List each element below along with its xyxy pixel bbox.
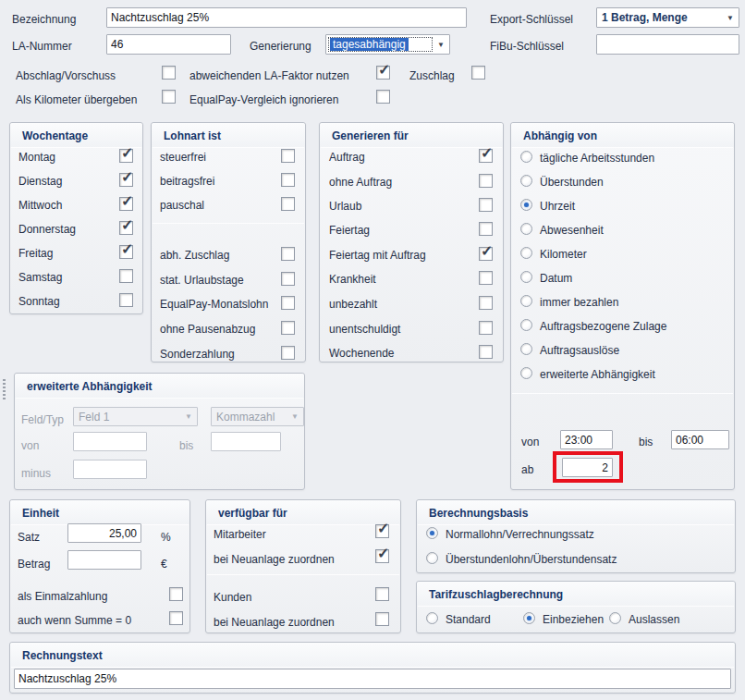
- ab-stunden-input[interactable]: [562, 458, 613, 477]
- checkbox-abschlag-vorschuss[interactable]: [162, 66, 176, 80]
- radio-abwesenheit[interactable]: [520, 223, 532, 235]
- erweiterte-abhaengigkeit-label: erweiterte Abhängigkeit: [540, 368, 655, 381]
- checkbox-summe-null[interactable]: [169, 611, 183, 625]
- group-tarifzuschlagberechnung: Tarifzuschlagberechnung Standard Einbezi…: [416, 581, 736, 633]
- radio-taegliche-arbeitsstunden[interactable]: [520, 151, 532, 163]
- group-title: Berechnungsbasis: [429, 507, 528, 520]
- radio-auftragsausloese[interactable]: [520, 343, 532, 355]
- betrag-input[interactable]: [67, 550, 141, 570]
- krankheit-label: Krankheit: [329, 273, 376, 286]
- fibu-schluessel-input[interactable]: [596, 34, 739, 55]
- checkbox-donnerstag[interactable]: [119, 221, 133, 235]
- checkbox-unbezahlt[interactable]: [479, 296, 493, 310]
- beitragsfrei-label: beitragsfrei: [160, 175, 214, 188]
- als-kilometer-label: Als Kilometer übergeben: [16, 93, 137, 106]
- taegliche-arbeitsstunden-label: tägliche Arbeitsstunden: [540, 152, 654, 165]
- checkbox-feiertag[interactable]: [479, 222, 493, 236]
- radio-datum[interactable]: [520, 271, 532, 283]
- rechnungstext-input[interactable]: [14, 669, 731, 689]
- checkbox-mittwoch[interactable]: [119, 197, 133, 211]
- group-title: Tarifzuschlagberechnung: [429, 588, 563, 601]
- radio-auftragsbezogene-zulage[interactable]: [520, 319, 532, 331]
- abwesenheit-label: Abwesenheit: [540, 224, 604, 237]
- drag-handle[interactable]: [3, 379, 6, 401]
- montag-label: Montag: [18, 151, 55, 164]
- radio-auslassen[interactable]: [609, 612, 621, 624]
- checkbox-neuanlage-mitarbeiter[interactable]: [375, 549, 389, 563]
- unentschuldigt-label: unentschuldigt: [329, 323, 400, 336]
- checkbox-zuschlag[interactable]: [471, 66, 485, 80]
- checkbox-neuanlage-kunden[interactable]: [375, 612, 389, 626]
- checkbox-sonderzahlung[interactable]: [281, 346, 295, 360]
- checkbox-freitag[interactable]: [119, 245, 133, 259]
- bezeichnung-input[interactable]: [106, 7, 467, 28]
- fibu-schluessel-label: FiBu-Schlüssel: [490, 40, 564, 53]
- checkbox-unentschuldigt[interactable]: [479, 321, 493, 335]
- la-nummer-label: LA-Nummer: [12, 40, 72, 53]
- radio-ueberstunden[interactable]: [520, 175, 532, 187]
- group-title: Einheit: [22, 507, 59, 520]
- mittwoch-label: Mittwoch: [18, 199, 62, 212]
- stat-urlaubstage-label: stat. Urlaubstage: [160, 274, 244, 287]
- divider: [16, 398, 303, 399]
- auftrag-label: Auftrag: [329, 151, 365, 164]
- generierung-select[interactable]: tagesabhängig ▼: [325, 34, 450, 55]
- checkbox-steuerfrei[interactable]: [281, 149, 295, 163]
- checkbox-equalpay-monatslohn[interactable]: [281, 296, 295, 310]
- radio-kilometer[interactable]: [520, 247, 532, 259]
- radio-ueberstundenlohn[interactable]: [426, 552, 438, 564]
- checkbox-abh-zuschlag[interactable]: [281, 247, 295, 261]
- checkbox-ohne-auftrag[interactable]: [479, 174, 493, 188]
- equalpay-monatslohn-label: EqualPay-Monatslohn: [160, 298, 268, 311]
- checkbox-equalpay-vergleich[interactable]: [376, 90, 390, 104]
- samstag-label: Samstag: [18, 271, 62, 284]
- checkbox-kunden[interactable]: [375, 587, 389, 601]
- la-nummer-input[interactable]: [106, 34, 231, 55]
- sonntag-label: Sonntag: [18, 295, 60, 308]
- standard-label: Standard: [446, 613, 491, 626]
- export-schluessel-select[interactable]: 1 Betrag, Menge ▼: [596, 7, 739, 28]
- radio-standard[interactable]: [426, 612, 438, 624]
- checkbox-wochenende[interactable]: [479, 345, 493, 359]
- bezeichnung-label: Bezeichnung: [12, 13, 76, 26]
- satz-input[interactable]: [67, 523, 141, 543]
- checkbox-beitragsfrei[interactable]: [281, 173, 295, 187]
- checkbox-ohne-pausenabzug[interactable]: [281, 321, 295, 335]
- checkbox-feiertag-mit-auftrag[interactable]: [479, 247, 493, 261]
- checkbox-als-kilometer[interactable]: [162, 90, 176, 104]
- donnerstag-label: Donnerstag: [18, 223, 76, 236]
- checkbox-la-faktor[interactable]: [376, 66, 390, 80]
- export-schluessel-label: Export-Schlüssel: [490, 13, 573, 26]
- chevron-down-icon: ▼: [182, 408, 195, 425]
- erw-bis-input: [211, 432, 281, 451]
- chevron-down-icon: ▼: [724, 8, 737, 27]
- checkbox-pauschal[interactable]: [281, 197, 295, 211]
- radio-normallohn[interactable]: [426, 527, 438, 539]
- radio-uhrzeit[interactable]: [520, 199, 532, 211]
- dienstag-label: Dienstag: [18, 175, 62, 188]
- von-zeit-input[interactable]: [560, 430, 613, 449]
- checkbox-auftrag[interactable]: [479, 149, 493, 163]
- ueberstunden-label: Überstunden: [540, 176, 604, 189]
- checkbox-dienstag[interactable]: [119, 173, 133, 187]
- focus-ring: tagesabhängig: [328, 37, 433, 52]
- radio-immer-bezahlen[interactable]: [520, 295, 532, 307]
- pauschal-label: pauschal: [160, 199, 204, 212]
- checkbox-urlaub[interactable]: [479, 198, 493, 212]
- radio-einbeziehen[interactable]: [523, 612, 535, 624]
- feld-select: Feld 1 ▼: [73, 407, 198, 426]
- checkbox-stat-urlaubstage[interactable]: [281, 272, 295, 286]
- checkbox-sonntag[interactable]: [119, 293, 133, 307]
- ab-label: ab: [521, 463, 533, 476]
- checkbox-mitarbeiter[interactable]: [375, 524, 389, 538]
- checkbox-montag[interactable]: [119, 149, 133, 163]
- checkbox-samstag[interactable]: [119, 269, 133, 283]
- von-label: von: [521, 436, 539, 448]
- checkbox-einmalzahlung[interactable]: [169, 587, 183, 601]
- freitag-label: Freitag: [18, 247, 53, 260]
- radio-erweiterte-abhaengigkeit[interactable]: [520, 367, 532, 379]
- datum-label: Datum: [540, 272, 572, 285]
- group-einheit: Einheit Satz % Betrag € als Einmalzahlun…: [9, 499, 190, 633]
- checkbox-krankheit[interactable]: [479, 271, 493, 285]
- bis-zeit-input[interactable]: [671, 430, 729, 449]
